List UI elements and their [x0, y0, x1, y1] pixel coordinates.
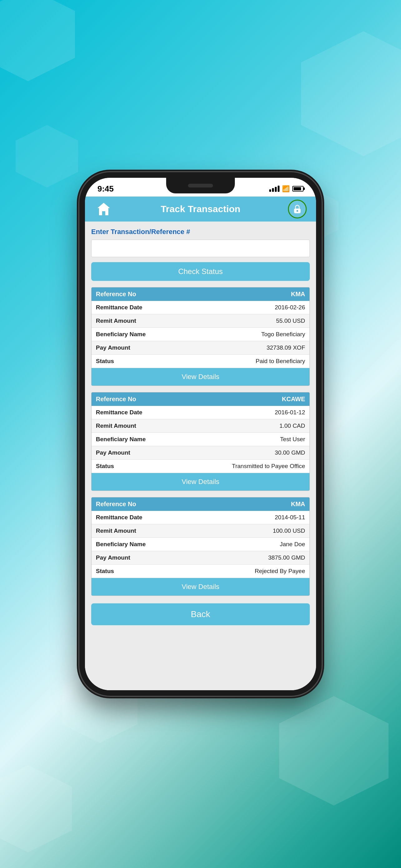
- view-details-button-1[interactable]: View Details: [92, 368, 309, 385]
- status-icons: 📶: [269, 185, 304, 192]
- card-3-beneficiary-row: Beneficiary Name Jane Doe: [92, 538, 309, 551]
- card-3-remit-amount-value: 100.00 USD: [273, 527, 305, 534]
- card-2-header: Reference No KCAWE: [92, 393, 309, 406]
- card-2-remittance-date-value: 2016-01-12: [275, 409, 305, 416]
- back-button[interactable]: Back: [91, 603, 310, 625]
- card-1-remit-amount-value: 55.00 USD: [276, 317, 305, 324]
- card-2-beneficiary-row: Beneficiary Name Test User: [92, 433, 309, 446]
- card-1-remit-amount-row: Remit Amount 55.00 USD: [92, 314, 309, 328]
- card-1-status-value: Paid to Beneficiary: [256, 358, 305, 365]
- card-1-pay-amount-value: 32738.09 XOF: [266, 344, 305, 351]
- card-2-status-label: Status: [96, 463, 232, 470]
- card-3-status-label: Status: [96, 568, 255, 575]
- card-3-remittance-date-value: 2014-05-11: [275, 514, 305, 521]
- card-2-beneficiary-value: Test User: [280, 436, 305, 443]
- card-3-status-value: Rejected By Payee: [255, 568, 305, 575]
- card-2-ref-label: Reference No: [96, 396, 282, 403]
- card-3-beneficiary-value: Jane Doe: [280, 541, 305, 548]
- home-icon: [96, 201, 111, 217]
- phone-notch: [166, 178, 235, 193]
- card-3-remit-amount-row: Remit Amount 100.00 USD: [92, 524, 309, 538]
- card-2-remittance-date-label: Remittance Date: [96, 409, 275, 416]
- home-button[interactable]: [94, 200, 113, 218]
- transaction-card-3: Reference No KMA Remittance Date 2014-05…: [91, 497, 310, 596]
- screen-content: Enter Transaction/Reference # Check Stat…: [85, 221, 316, 690]
- form-label: Enter Transaction/Reference #: [91, 228, 310, 236]
- card-2-pay-amount-value: 30.00 GMD: [275, 449, 305, 456]
- transaction-card-1: Reference No KMA Remittance Date 2016-02…: [91, 287, 310, 386]
- card-1-ref-value: KMA: [291, 290, 305, 298]
- card-1-beneficiary-value: Togo Beneficiary: [261, 331, 305, 338]
- card-3-ref-value: KMA: [291, 501, 305, 508]
- card-3-remittance-date-row: Remittance Date 2014-05-11: [92, 511, 309, 524]
- header-title: Track Transaction: [161, 204, 240, 214]
- phone-screen: 9:45 📶 Track Transact: [85, 178, 316, 690]
- card-2-remittance-date-row: Remittance Date 2016-01-12: [92, 406, 309, 419]
- card-3-pay-amount-row: Pay Amount 3875.00 GMD: [92, 551, 309, 565]
- card-1-pay-amount-row: Pay Amount 32738.09 XOF: [92, 341, 309, 354]
- transaction-card-2: Reference No KCAWE Remittance Date 2016-…: [91, 392, 310, 491]
- card-2-status-value: Transmitted to Payee Office: [232, 463, 305, 470]
- card-1-header: Reference No KMA: [92, 287, 309, 301]
- lock-icon: [292, 204, 303, 215]
- view-details-button-3[interactable]: View Details: [92, 578, 309, 595]
- card-3-remittance-date-label: Remittance Date: [96, 514, 275, 521]
- card-3-beneficiary-label: Beneficiary Name: [96, 541, 280, 548]
- card-3-pay-amount-value: 3875.00 GMD: [268, 554, 305, 561]
- notch-speaker: [188, 184, 213, 187]
- reference-input[interactable]: [91, 240, 310, 257]
- card-1-beneficiary-label: Beneficiary Name: [96, 331, 261, 338]
- card-1-remittance-date-row: Remittance Date 2016-02-26: [92, 301, 309, 314]
- card-3-status-row: Status Rejected By Payee: [92, 565, 309, 578]
- card-2-pay-amount-label: Pay Amount: [96, 449, 275, 456]
- card-3-ref-label: Reference No: [96, 501, 291, 508]
- lock-button[interactable]: [288, 200, 307, 218]
- card-2-pay-amount-row: Pay Amount 30.00 GMD: [92, 446, 309, 460]
- card-1-ref-label: Reference No: [96, 290, 291, 298]
- svg-point-1: [297, 210, 298, 212]
- card-2-remit-amount-label: Remit Amount: [96, 423, 279, 429]
- card-3-header: Reference No KMA: [92, 497, 309, 511]
- card-2-beneficiary-label: Beneficiary Name: [96, 436, 280, 443]
- wifi-icon: 📶: [282, 185, 290, 192]
- card-1-beneficiary-row: Beneficiary Name Togo Beneficiary: [92, 328, 309, 341]
- card-1-status-label: Status: [96, 358, 256, 365]
- card-1-remittance-date-value: 2016-02-26: [275, 304, 305, 311]
- card-1-pay-amount-label: Pay Amount: [96, 344, 266, 351]
- app-header: Track Transaction: [85, 196, 316, 221]
- card-1-status-row: Status Paid to Beneficiary: [92, 354, 309, 368]
- status-time: 9:45: [97, 184, 114, 194]
- check-status-button[interactable]: Check Status: [91, 262, 310, 281]
- phone-frame: 9:45 📶 Track Transact: [79, 172, 322, 696]
- form-section: Enter Transaction/Reference # Check Stat…: [91, 228, 310, 287]
- card-1-remittance-date-label: Remittance Date: [96, 304, 275, 311]
- battery-icon: [292, 186, 304, 191]
- card-3-pay-amount-label: Pay Amount: [96, 554, 268, 561]
- card-1-remit-amount-label: Remit Amount: [96, 317, 276, 324]
- card-2-remit-amount-row: Remit Amount 1.00 CAD: [92, 419, 309, 433]
- view-details-button-2[interactable]: View Details: [92, 473, 309, 491]
- card-2-status-row: Status Transmitted to Payee Office: [92, 460, 309, 473]
- card-2-remit-amount-value: 1.00 CAD: [279, 423, 305, 429]
- signal-icon: [269, 186, 279, 192]
- card-3-remit-amount-label: Remit Amount: [96, 527, 273, 534]
- card-2-ref-value: KCAWE: [282, 396, 305, 403]
